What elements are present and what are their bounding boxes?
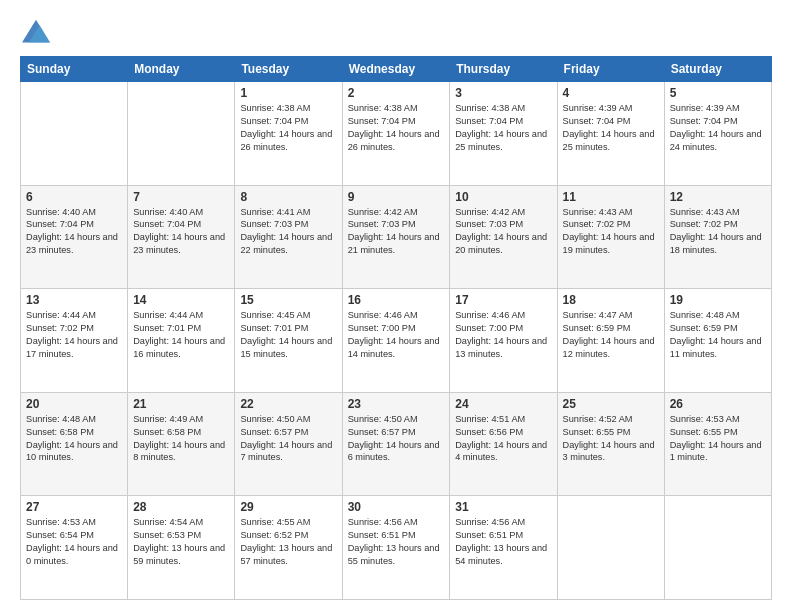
day-cell: 28Sunrise: 4:54 AM Sunset: 6:53 PM Dayli…: [128, 496, 235, 600]
day-cell: 27Sunrise: 4:53 AM Sunset: 6:54 PM Dayli…: [21, 496, 128, 600]
day-cell: 1Sunrise: 4:38 AM Sunset: 7:04 PM Daylig…: [235, 82, 342, 186]
day-number: 19: [670, 293, 766, 307]
day-cell: 30Sunrise: 4:56 AM Sunset: 6:51 PM Dayli…: [342, 496, 450, 600]
day-info: Sunrise: 4:48 AM Sunset: 6:59 PM Dayligh…: [670, 309, 766, 361]
day-number: 8: [240, 190, 336, 204]
day-cell: 24Sunrise: 4:51 AM Sunset: 6:56 PM Dayli…: [450, 392, 557, 496]
day-number: 31: [455, 500, 551, 514]
day-info: Sunrise: 4:38 AM Sunset: 7:04 PM Dayligh…: [455, 102, 551, 154]
day-cell: 22Sunrise: 4:50 AM Sunset: 6:57 PM Dayli…: [235, 392, 342, 496]
day-cell: 21Sunrise: 4:49 AM Sunset: 6:58 PM Dayli…: [128, 392, 235, 496]
day-cell: 26Sunrise: 4:53 AM Sunset: 6:55 PM Dayli…: [664, 392, 771, 496]
day-cell: 14Sunrise: 4:44 AM Sunset: 7:01 PM Dayli…: [128, 289, 235, 393]
weekday-friday: Friday: [557, 57, 664, 82]
weekday-tuesday: Tuesday: [235, 57, 342, 82]
day-number: 1: [240, 86, 336, 100]
day-number: 2: [348, 86, 445, 100]
day-number: 28: [133, 500, 229, 514]
weekday-thursday: Thursday: [450, 57, 557, 82]
day-number: 23: [348, 397, 445, 411]
weekday-monday: Monday: [128, 57, 235, 82]
day-info: Sunrise: 4:38 AM Sunset: 7:04 PM Dayligh…: [348, 102, 445, 154]
day-number: 10: [455, 190, 551, 204]
day-info: Sunrise: 4:50 AM Sunset: 6:57 PM Dayligh…: [240, 413, 336, 465]
day-number: 17: [455, 293, 551, 307]
day-number: 14: [133, 293, 229, 307]
day-info: Sunrise: 4:40 AM Sunset: 7:04 PM Dayligh…: [26, 206, 122, 258]
day-cell: 5Sunrise: 4:39 AM Sunset: 7:04 PM Daylig…: [664, 82, 771, 186]
day-number: 11: [563, 190, 659, 204]
day-number: 18: [563, 293, 659, 307]
calendar-table: SundayMondayTuesdayWednesdayThursdayFrid…: [20, 56, 772, 600]
day-info: Sunrise: 4:39 AM Sunset: 7:04 PM Dayligh…: [563, 102, 659, 154]
day-info: Sunrise: 4:46 AM Sunset: 7:00 PM Dayligh…: [455, 309, 551, 361]
day-cell: [557, 496, 664, 600]
day-cell: [128, 82, 235, 186]
week-row-2: 6Sunrise: 4:40 AM Sunset: 7:04 PM Daylig…: [21, 185, 772, 289]
day-cell: 3Sunrise: 4:38 AM Sunset: 7:04 PM Daylig…: [450, 82, 557, 186]
day-info: Sunrise: 4:48 AM Sunset: 6:58 PM Dayligh…: [26, 413, 122, 465]
day-cell: 2Sunrise: 4:38 AM Sunset: 7:04 PM Daylig…: [342, 82, 450, 186]
day-info: Sunrise: 4:49 AM Sunset: 6:58 PM Dayligh…: [133, 413, 229, 465]
day-info: Sunrise: 4:56 AM Sunset: 6:51 PM Dayligh…: [455, 516, 551, 568]
day-info: Sunrise: 4:44 AM Sunset: 7:01 PM Dayligh…: [133, 309, 229, 361]
day-cell: 29Sunrise: 4:55 AM Sunset: 6:52 PM Dayli…: [235, 496, 342, 600]
day-cell: 12Sunrise: 4:43 AM Sunset: 7:02 PM Dayli…: [664, 185, 771, 289]
day-cell: 15Sunrise: 4:45 AM Sunset: 7:01 PM Dayli…: [235, 289, 342, 393]
day-info: Sunrise: 4:43 AM Sunset: 7:02 PM Dayligh…: [563, 206, 659, 258]
day-info: Sunrise: 4:55 AM Sunset: 6:52 PM Dayligh…: [240, 516, 336, 568]
day-info: Sunrise: 4:56 AM Sunset: 6:51 PM Dayligh…: [348, 516, 445, 568]
day-number: 25: [563, 397, 659, 411]
day-cell: 4Sunrise: 4:39 AM Sunset: 7:04 PM Daylig…: [557, 82, 664, 186]
day-info: Sunrise: 4:53 AM Sunset: 6:55 PM Dayligh…: [670, 413, 766, 465]
day-cell: 10Sunrise: 4:42 AM Sunset: 7:03 PM Dayli…: [450, 185, 557, 289]
week-row-3: 13Sunrise: 4:44 AM Sunset: 7:02 PM Dayli…: [21, 289, 772, 393]
day-cell: 18Sunrise: 4:47 AM Sunset: 6:59 PM Dayli…: [557, 289, 664, 393]
day-cell: [21, 82, 128, 186]
day-info: Sunrise: 4:38 AM Sunset: 7:04 PM Dayligh…: [240, 102, 336, 154]
week-row-5: 27Sunrise: 4:53 AM Sunset: 6:54 PM Dayli…: [21, 496, 772, 600]
day-cell: 31Sunrise: 4:56 AM Sunset: 6:51 PM Dayli…: [450, 496, 557, 600]
day-info: Sunrise: 4:50 AM Sunset: 6:57 PM Dayligh…: [348, 413, 445, 465]
day-info: Sunrise: 4:44 AM Sunset: 7:02 PM Dayligh…: [26, 309, 122, 361]
day-info: Sunrise: 4:42 AM Sunset: 7:03 PM Dayligh…: [348, 206, 445, 258]
day-cell: 19Sunrise: 4:48 AM Sunset: 6:59 PM Dayli…: [664, 289, 771, 393]
day-cell: 13Sunrise: 4:44 AM Sunset: 7:02 PM Dayli…: [21, 289, 128, 393]
day-info: Sunrise: 4:43 AM Sunset: 7:02 PM Dayligh…: [670, 206, 766, 258]
day-cell: [664, 496, 771, 600]
header: [20, 18, 772, 46]
day-number: 16: [348, 293, 445, 307]
day-cell: 11Sunrise: 4:43 AM Sunset: 7:02 PM Dayli…: [557, 185, 664, 289]
day-cell: 7Sunrise: 4:40 AM Sunset: 7:04 PM Daylig…: [128, 185, 235, 289]
day-number: 27: [26, 500, 122, 514]
day-number: 29: [240, 500, 336, 514]
day-info: Sunrise: 4:51 AM Sunset: 6:56 PM Dayligh…: [455, 413, 551, 465]
day-info: Sunrise: 4:46 AM Sunset: 7:00 PM Dayligh…: [348, 309, 445, 361]
day-cell: 17Sunrise: 4:46 AM Sunset: 7:00 PM Dayli…: [450, 289, 557, 393]
page: SundayMondayTuesdayWednesdayThursdayFrid…: [0, 0, 792, 612]
day-number: 22: [240, 397, 336, 411]
day-cell: 8Sunrise: 4:41 AM Sunset: 7:03 PM Daylig…: [235, 185, 342, 289]
day-number: 7: [133, 190, 229, 204]
day-info: Sunrise: 4:39 AM Sunset: 7:04 PM Dayligh…: [670, 102, 766, 154]
day-number: 13: [26, 293, 122, 307]
week-row-4: 20Sunrise: 4:48 AM Sunset: 6:58 PM Dayli…: [21, 392, 772, 496]
day-info: Sunrise: 4:52 AM Sunset: 6:55 PM Dayligh…: [563, 413, 659, 465]
day-info: Sunrise: 4:42 AM Sunset: 7:03 PM Dayligh…: [455, 206, 551, 258]
day-number: 6: [26, 190, 122, 204]
day-number: 21: [133, 397, 229, 411]
week-row-1: 1Sunrise: 4:38 AM Sunset: 7:04 PM Daylig…: [21, 82, 772, 186]
logo: [20, 18, 56, 46]
day-number: 4: [563, 86, 659, 100]
weekday-header-row: SundayMondayTuesdayWednesdayThursdayFrid…: [21, 57, 772, 82]
weekday-saturday: Saturday: [664, 57, 771, 82]
day-cell: 6Sunrise: 4:40 AM Sunset: 7:04 PM Daylig…: [21, 185, 128, 289]
day-info: Sunrise: 4:54 AM Sunset: 6:53 PM Dayligh…: [133, 516, 229, 568]
day-info: Sunrise: 4:53 AM Sunset: 6:54 PM Dayligh…: [26, 516, 122, 568]
weekday-wednesday: Wednesday: [342, 57, 450, 82]
day-number: 3: [455, 86, 551, 100]
day-number: 12: [670, 190, 766, 204]
day-cell: 20Sunrise: 4:48 AM Sunset: 6:58 PM Dayli…: [21, 392, 128, 496]
day-info: Sunrise: 4:40 AM Sunset: 7:04 PM Dayligh…: [133, 206, 229, 258]
day-cell: 25Sunrise: 4:52 AM Sunset: 6:55 PM Dayli…: [557, 392, 664, 496]
